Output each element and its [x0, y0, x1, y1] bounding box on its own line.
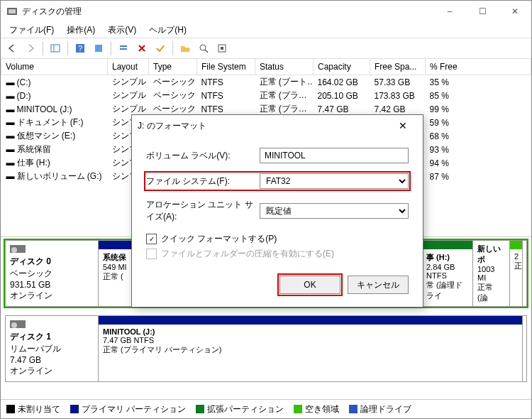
separator: [67, 41, 68, 55]
dialog-title: J: のフォーマット: [138, 120, 389, 132]
format-dialog: J: のフォーマット ✕ ボリューム ラベル(V): ファイル システム(F):…: [131, 114, 423, 308]
separator: [43, 41, 43, 55]
window-buttons: – ☐ ✕: [433, 1, 531, 22]
partition[interactable]: 新しいボ1003 MI正常 (論: [473, 241, 510, 306]
volume-label-input[interactable]: [260, 148, 409, 163]
partition[interactable]: 系统保549 MI正常 (: [99, 241, 133, 306]
svg-rect-1: [9, 9, 16, 13]
svg-rect-2: [51, 45, 60, 52]
col-capacity[interactable]: Capacity: [314, 59, 370, 75]
dialog-titlebar: J: のフォーマット ✕: [132, 115, 423, 136]
allocation-label: アロケーション ユニット サイズ(A):: [146, 199, 260, 223]
dialog-body: ボリューム ラベル(V): ファイル システム(F): FAT32 アロケーショ…: [132, 136, 423, 307]
menu-view[interactable]: 表示(V): [102, 23, 142, 38]
svg-line-10: [205, 50, 208, 53]
delete-icon[interactable]: [133, 40, 150, 57]
forward-icon[interactable]: [22, 40, 39, 57]
minimize-button[interactable]: –: [433, 1, 466, 22]
volume-header-row: Volume Layout Type File System Status Ca…: [1, 59, 531, 75]
legend-swatch: [70, 405, 79, 413]
folder-icon[interactable]: [177, 40, 194, 57]
ok-button[interactable]: OK: [279, 276, 340, 294]
legend-item: プライマリ パーティション: [70, 403, 186, 415]
disk-header: ディスク 1リムーバブル7.47 GBオンライン: [6, 316, 99, 381]
volume-icon: ▬: [6, 171, 16, 181]
list-icon[interactable]: [115, 40, 132, 57]
menu-file[interactable]: ファイル(F): [4, 23, 60, 38]
volume-icon: ▬: [6, 158, 16, 168]
legend: 未割り当てプライマリ パーティション拡張パーティション空き領域論理ドライブ: [1, 399, 531, 418]
legend-swatch: [196, 405, 204, 413]
checkbox-checked-icon[interactable]: ✓: [146, 234, 157, 244]
col-status[interactable]: Status: [255, 59, 314, 75]
col-type[interactable]: Type: [149, 59, 197, 75]
filesystem-label: ファイル システム(F):: [146, 175, 260, 187]
dialog-close-button[interactable]: ✕: [389, 115, 417, 136]
svg-rect-6: [95, 45, 102, 52]
svg-rect-12: [221, 47, 223, 50]
svg-point-9: [200, 45, 206, 50]
compress-label: ファイルとフォルダーの圧縮を有効にする(E): [161, 248, 334, 260]
volume-label-label: ボリューム ラベル(V):: [146, 150, 260, 162]
disk-icon: [10, 320, 26, 328]
back-icon[interactable]: [4, 40, 21, 57]
refresh-icon[interactable]: [90, 40, 107, 57]
svg-rect-7: [120, 45, 127, 47]
maximize-button[interactable]: ☐: [466, 1, 499, 22]
svg-rect-8: [120, 48, 127, 50]
separator: [172, 41, 173, 55]
quick-format-label: クイック フォーマットする(P): [161, 233, 277, 245]
check-icon[interactable]: [152, 40, 169, 57]
svg-text:?: ?: [78, 44, 82, 53]
partition-bar: [422, 241, 472, 249]
volume-icon: ▬: [6, 117, 16, 127]
col-layout[interactable]: Layout: [108, 59, 149, 75]
app-icon: [6, 6, 18, 17]
settings-icon[interactable]: [214, 40, 231, 57]
allocation-select[interactable]: 既定値: [260, 203, 409, 219]
legend-item: 空き領域: [294, 403, 339, 415]
volume-icon: ▬: [6, 144, 16, 154]
volume-icon: ▬: [6, 131, 16, 141]
volume-icon: ▬: [6, 77, 16, 87]
col-free[interactable]: Free Spa...: [370, 59, 426, 75]
search-icon[interactable]: [195, 40, 212, 57]
volume-icon: ▬: [6, 104, 16, 114]
menubar: ファイル(F) 操作(A) 表示(V) ヘルプ(H): [1, 22, 531, 38]
partition-bar: [99, 316, 522, 325]
close-button[interactable]: ✕: [499, 1, 531, 22]
compress-row: ファイルとフォルダーの圧縮を有効にする(E): [146, 248, 409, 260]
partition[interactable]: 2正: [510, 241, 523, 306]
cancel-button[interactable]: キャンセル: [348, 276, 409, 294]
table-row[interactable]: ▬(D:)シンプルベーシックNTFS正常 (プラ…205.10 GB173.83…: [1, 89, 531, 102]
col-pct[interactable]: % Free: [426, 59, 531, 75]
menu-action[interactable]: 操作(A): [61, 23, 101, 38]
col-fs[interactable]: File System: [197, 59, 255, 75]
disk-header: ディスク 0ベーシック931.51 GBオンライン: [6, 241, 99, 306]
legend-swatch: [294, 405, 302, 413]
volume-icon: ▬: [6, 91, 16, 101]
window-title: ディスクの管理: [22, 6, 433, 18]
filesystem-select[interactable]: FAT32: [260, 173, 409, 189]
quick-format-row[interactable]: ✓ クイック フォーマットする(P): [146, 233, 409, 245]
separator: [111, 41, 111, 55]
partition-bar: [510, 241, 522, 249]
legend-item: 論理ドライブ: [349, 403, 411, 415]
partition-strip: MINITOOL (J:)7.47 GB NTFS正常 (プライマリ パーティシ…: [99, 316, 526, 381]
partition[interactable]: 事 (H:)2.84 GB NTFS常 (論理ドライ: [422, 241, 473, 306]
disk-row[interactable]: ディスク 1リムーバブル7.47 GBオンラインMINITOOL (J:)7.4…: [5, 315, 527, 382]
legend-swatch: [349, 405, 358, 413]
col-volume[interactable]: Volume: [1, 59, 108, 75]
partition-bar: [99, 241, 132, 249]
toolbar: ?: [1, 38, 531, 59]
disk-icon: [10, 245, 26, 253]
legend-swatch: [6, 405, 15, 413]
menu-help[interactable]: ヘルプ(H): [143, 23, 192, 38]
panel-icon[interactable]: [47, 40, 64, 57]
legend-item: 未割り当て: [6, 403, 60, 415]
help-icon[interactable]: ?: [72, 40, 89, 57]
partition[interactable]: MINITOOL (J:)7.47 GB NTFS正常 (プライマリ パーティシ…: [99, 316, 523, 381]
checkbox-icon: [146, 249, 157, 259]
table-row[interactable]: ▬(C:)シンプルベーシックNTFS正常 (ブート…164.02 GB57.33…: [1, 75, 531, 89]
titlebar: ディスクの管理 – ☐ ✕: [1, 1, 531, 22]
